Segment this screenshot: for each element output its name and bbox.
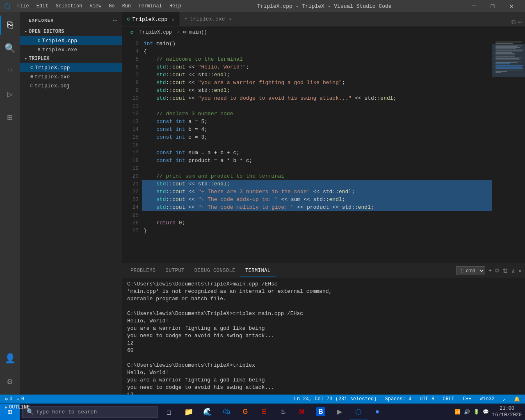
code-line-23[interactable]: std::cout << "+ The code adds-up to: " <…	[142, 196, 492, 203]
panel-tab-problems[interactable]: PROBLEMS	[126, 265, 161, 276]
menu-run[interactable]: Run	[119, 2, 135, 10]
language-label: C++	[463, 396, 472, 402]
exe-file-icon-editor: ≡	[38, 47, 41, 52]
code-line-27: }	[142, 227, 492, 235]
sidebar-section-triplex[interactable]: ▾ TRIPLEX	[20, 54, 122, 63]
split-editor-icon[interactable]: ⧉	[511, 18, 516, 26]
menu-help[interactable]: Help	[166, 2, 185, 10]
line-ending-label: CRLF	[443, 396, 454, 402]
code-editor[interactable]: 3 4 5 6 7 8 9 10 11 12 13 14 15 16	[122, 38, 492, 263]
sidebar: EXPLORER ⋯ ▾ OPEN EDITORS C TripleX.cpp …	[20, 12, 122, 395]
terminal-line-13: Hello, World!	[127, 369, 520, 377]
breadcrumb-cpp-icon: C	[130, 30, 133, 35]
status-platform[interactable]: Win32	[478, 396, 496, 402]
status-bell[interactable]: 🔔	[512, 396, 522, 402]
extensions-icon[interactable]: ⊞	[0, 107, 20, 127]
window-controls: ─ ❒ ✕	[464, 0, 521, 12]
panel-tab-terminal[interactable]: TERMINAL	[240, 265, 276, 276]
explorer-icon[interactable]: ⎘	[0, 16, 20, 35]
new-terminal-icon[interactable]: +	[488, 267, 492, 274]
code-line-14: const int b = 4;	[142, 126, 492, 133]
close-button[interactable]: ✕	[502, 0, 521, 12]
triplex-cpp-label: TripleX.cpp	[35, 65, 70, 71]
terminal-content[interactable]: C:\Users\lewis\Documents\TripleX>main.cp…	[122, 278, 525, 395]
breadcrumb-file[interactable]: C TripleX.cpp	[129, 30, 173, 35]
position-label: Ln 24, Col 73 (231 selected)	[294, 396, 377, 402]
menu-file[interactable]: File	[14, 2, 32, 10]
tab-close-cpp-button[interactable]: ✕	[171, 17, 174, 22]
code-line-15: const int c = 3;	[142, 133, 492, 141]
close-panel-icon[interactable]: ✕	[518, 267, 522, 274]
menu-edit[interactable]: Edit	[33, 2, 52, 10]
source-control-icon[interactable]: ⑂	[0, 62, 20, 81]
chevron-down-icon-triplex: ▾	[25, 56, 27, 61]
sidebar-item-triplex-cpp-editor[interactable]: C TripleX.cpp ✕	[20, 36, 122, 45]
status-language[interactable]: C++	[461, 396, 473, 402]
errors-icon: ⊗	[5, 396, 8, 402]
code-content[interactable]: int main() { // welocome to the terminal…	[142, 38, 492, 263]
line-numbers: 3 4 5 6 7 8 9 10 11 12 13 14 15 16	[122, 38, 142, 263]
kill-terminal-icon[interactable]: 🗑	[502, 267, 508, 274]
code-line-18: const int product = a * b * c;	[142, 157, 492, 164]
terminal-selector[interactable]: 1: cmd	[456, 266, 485, 275]
menu-terminal[interactable]: Terminal	[135, 2, 165, 10]
terminal-line-7: you are a warrior fighting a god like be…	[127, 325, 520, 332]
open-editors-label: OPEN EDITORS	[29, 29, 64, 34]
tab-triplex-cpp[interactable]: C TripleX.cpp ✕	[122, 12, 180, 26]
terminal-line-5: C:\Users\lewis\Documents\TripleX>triplex…	[127, 310, 520, 317]
breadcrumb-symbol-icon: ⊙	[183, 29, 186, 35]
accounts-icon[interactable]: 👤	[0, 349, 20, 368]
exe-file-icon: ≡	[30, 74, 33, 79]
run-debug-icon[interactable]: ▷	[0, 84, 20, 104]
sidebar-item-triplex-obj[interactable]: □ triplex.obj	[20, 81, 122, 90]
minimize-button[interactable]: ─	[464, 0, 483, 12]
code-line-12: // declare 3 number code	[142, 110, 492, 118]
split-terminal-icon[interactable]: ⧉	[495, 267, 499, 274]
maximize-button[interactable]: ❒	[483, 0, 502, 12]
code-line-16	[142, 141, 492, 149]
terminal-line-4	[127, 303, 520, 310]
menu-selection[interactable]: Selection	[52, 2, 86, 10]
status-spaces[interactable]: Spaces: 4	[383, 396, 413, 402]
breadcrumb-symbol[interactable]: main()	[189, 30, 207, 35]
status-encoding[interactable]: UTF-8	[418, 396, 436, 402]
panel-tab-debug-console[interactable]: DEBUG CONSOLE	[189, 265, 240, 276]
status-line-ending[interactable]: CRLF	[441, 396, 456, 402]
taskbar-date: 16/10/2020	[492, 412, 522, 419]
terminal-line-16: 12	[127, 391, 520, 395]
code-line-5: // welocome to the terminal	[142, 55, 492, 63]
editor-area: C TripleX.cpp ✕ ≡ triplex.exe ✕ ⧉ ⋯ C	[122, 12, 525, 395]
spaces-label: Spaces: 4	[385, 396, 412, 402]
terminal-line-15: you need to dodge to avoid his swing att…	[127, 384, 520, 391]
encoding-label: UTF-8	[420, 396, 434, 402]
sidebar-item-triplex-exe-editor[interactable]: ≡ triplex.exe	[20, 45, 122, 54]
tabs-more-icon[interactable]: ⋯	[518, 18, 522, 26]
tab-close-exe-button[interactable]: ✕	[229, 16, 232, 22]
terminal-maximize-icon[interactable]: ∧	[511, 267, 515, 274]
menu-view[interactable]: View	[86, 2, 105, 10]
panel-tab-output[interactable]: OUTPUT	[161, 265, 189, 276]
code-line-22[interactable]: std::cout << "+ There are 3 numbers in t…	[142, 188, 492, 196]
terminal-line-2: 'main.cpp' is not recognized as an inter…	[127, 288, 520, 295]
breadcrumb: C TripleX.cpp > ⊙ main()	[122, 27, 525, 38]
code-line-17: const int sum = a + b + c;	[142, 149, 492, 157]
cpp-file-icon-2: C	[30, 65, 33, 70]
status-live-share[interactable]: ↗	[501, 396, 507, 402]
terminal-line-12: C:\Users\lewis\Documents\TripleX>triplex	[127, 362, 520, 369]
code-line-21[interactable]: std::cout << std::endl;	[142, 180, 492, 188]
status-errors[interactable]: ⊗ 0 △ 0	[3, 396, 26, 402]
sidebar-title: EXPLORER	[29, 18, 54, 23]
sidebar-item-triplex-cpp[interactable]: C TripleX.cpp	[20, 63, 122, 72]
sidebar-more-button[interactable]: ⋯	[113, 16, 117, 25]
settings-icon[interactable]: ⚙	[0, 372, 20, 391]
menu-go[interactable]: Go	[105, 2, 118, 10]
tab-triplex-exe[interactable]: ≡ triplex.exe ✕	[180, 12, 237, 26]
status-position[interactable]: Ln 24, Col 73 (231 selected)	[292, 396, 379, 402]
open-editor-triplex-exe-label: triplex.exe	[42, 47, 78, 53]
sidebar-section-open-editors[interactable]: ▾ OPEN EDITORS	[20, 27, 122, 36]
sidebar-item-triplex-exe[interactable]: ≡ triplex.exe	[20, 72, 122, 81]
tabs-actions: ⧉ ⋯	[511, 18, 525, 26]
search-icon[interactable]: 🔍	[0, 39, 20, 58]
code-line-24[interactable]: std::cout << "+ The code multply to give…	[142, 203, 492, 211]
terminal-line-1: C:\Users\lewis\Documents\TripleX>main.cp…	[127, 281, 520, 288]
